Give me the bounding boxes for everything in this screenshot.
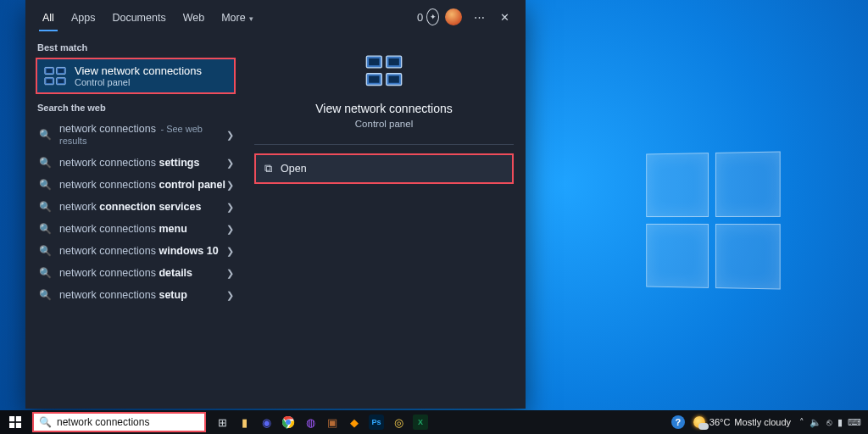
web-result-0[interactable]: 🔍network connections - See web results❯ <box>36 118 236 152</box>
tab-apps[interactable]: Apps <box>64 3 103 31</box>
chevron-right-icon: ❯ <box>226 130 234 141</box>
svg-rect-5 <box>46 79 52 83</box>
search-icon: 🔍 <box>39 223 51 235</box>
language-icon[interactable]: ⌨ <box>848 417 861 428</box>
best-match-title: View network connections <box>75 64 202 77</box>
search-icon: 🔍 <box>39 157 51 169</box>
user-avatar[interactable] <box>442 6 465 28</box>
weather-temp: 36°C <box>709 417 731 427</box>
svg-rect-18 <box>9 423 14 428</box>
preview-subtitle: Control panel <box>355 119 413 129</box>
open-label: Open <box>281 163 307 175</box>
open-icon: ⧉ <box>264 162 272 175</box>
chevron-right-icon: ❯ <box>226 290 234 301</box>
best-match-subtitle: Control panel <box>75 77 202 87</box>
web-result-text: network connections menu <box>59 223 187 235</box>
web-result-text: network connections - See web results <box>59 123 232 147</box>
web-result-text: network connections control panel <box>59 179 225 191</box>
web-result-7[interactable]: 🔍network connections setup❯ <box>36 284 236 306</box>
svg-rect-16 <box>9 416 14 421</box>
search-the-web-label: Search the web <box>37 103 236 113</box>
search-icon: 🔍 <box>39 267 51 279</box>
open-action[interactable]: ⧉ Open <box>254 153 514 184</box>
network-tray-icon[interactable]: ⎋ <box>826 417 832 428</box>
figma-icon[interactable]: ◍ <box>303 415 318 430</box>
network-connections-icon <box>44 65 66 87</box>
battery-icon[interactable]: ▮ <box>837 417 843 428</box>
svg-rect-19 <box>16 423 21 428</box>
preview-pane: View network connections Control panel ⧉… <box>242 34 526 409</box>
web-result-text: network connection services <box>59 201 201 213</box>
svg-point-21 <box>286 420 291 425</box>
more-options-button[interactable]: ⋯ <box>468 6 490 28</box>
sublime-icon[interactable]: ◆ <box>347 415 362 430</box>
search-icon: 🔍 <box>39 245 51 257</box>
search-tabs: All Apps Documents Web More 0 ✦ ⋯ ✕ <box>25 0 526 34</box>
rewards-points-value: 0 <box>417 11 423 24</box>
best-match-label: Best match <box>37 42 236 53</box>
file-explorer-icon[interactable]: ▮ <box>236 415 252 430</box>
excel-icon[interactable]: X <box>413 415 428 430</box>
chevron-right-icon: ❯ <box>226 224 234 235</box>
web-result-text: network connections settings <box>59 157 199 169</box>
search-icon: 🔍 <box>39 289 51 301</box>
tray-chevron-icon[interactable]: ˄ <box>799 417 804 428</box>
taskbar-weather[interactable]: 36°C Mostly cloudy <box>693 416 791 428</box>
app-icon-generic[interactable]: ▣ <box>325 415 340 430</box>
chevron-right-icon: ❯ <box>226 158 234 169</box>
chrome-icon[interactable] <box>281 415 296 430</box>
svg-rect-17 <box>16 416 21 421</box>
rewards-icon: ✦ <box>426 8 439 25</box>
taskbar: 🔍 network connections ⊞ ▮ ◉ ◍ ▣ ◆ Ps ◎ X… <box>0 410 868 434</box>
taskbar-pinned-apps: ⊞ ▮ ◉ ◍ ▣ ◆ Ps ◎ X <box>214 415 428 430</box>
tab-all[interactable]: All <box>36 3 61 31</box>
svg-rect-9 <box>369 58 379 65</box>
search-icon: 🔍 <box>39 201 51 213</box>
svg-rect-15 <box>389 76 399 83</box>
chevron-right-icon: ❯ <box>226 246 234 257</box>
web-result-4[interactable]: 🔍network connections menu❯ <box>36 218 236 240</box>
preview-icon <box>360 53 408 90</box>
web-result-3[interactable]: 🔍network connection services❯ <box>36 196 236 218</box>
search-icon: 🔍 <box>39 129 51 141</box>
web-result-1[interactable]: 🔍network connections settings❯ <box>36 152 236 174</box>
svg-rect-13 <box>369 76 379 83</box>
search-icon: 🔍 <box>39 179 51 191</box>
rewards-points[interactable]: 0 ✦ <box>417 6 439 28</box>
search-icon: 🔍 <box>39 416 52 428</box>
weather-icon <box>693 416 705 428</box>
windows-logo <box>646 151 780 289</box>
system-tray[interactable]: ˄ 🔈 ⎋ ▮ ⌨ <box>799 417 861 428</box>
preview-title: View network connections <box>315 102 453 115</box>
web-result-5[interactable]: 🔍network connections windows 10❯ <box>36 240 236 262</box>
web-result-2[interactable]: 🔍network connections control panel❯ <box>36 174 236 196</box>
web-result-text: network connections setup <box>59 289 187 301</box>
web-result-6[interactable]: 🔍network connections details❯ <box>36 262 236 284</box>
chevron-right-icon: ❯ <box>226 180 234 191</box>
svg-rect-7 <box>58 79 64 83</box>
best-match-result[interactable]: View network connections Control panel <box>36 58 236 94</box>
start-search-panel: All Apps Documents Web More 0 ✦ ⋯ ✕ Best… <box>25 0 526 409</box>
web-result-text: network connections windows 10 <box>59 245 219 257</box>
tab-documents[interactable]: Documents <box>105 3 172 31</box>
start-button[interactable] <box>0 410 31 434</box>
web-result-text: network connections details <box>59 267 192 279</box>
results-left-column: Best match View network connec <box>25 34 242 409</box>
chevron-right-icon: ❯ <box>226 202 234 213</box>
discord-icon[interactable]: ◉ <box>259 415 274 430</box>
chrome-canary-icon[interactable]: ◎ <box>391 415 406 430</box>
tab-more[interactable]: More <box>214 3 259 31</box>
photoshop-icon[interactable]: Ps <box>369 415 384 430</box>
taskbar-search-query: network connections <box>57 416 149 428</box>
weather-text: Mostly cloudy <box>734 417 791 427</box>
help-icon[interactable]: ? <box>671 415 685 429</box>
taskbar-search-box[interactable]: 🔍 network connections <box>32 412 206 432</box>
volume-icon[interactable]: 🔈 <box>810 417 821 428</box>
separator <box>254 144 514 145</box>
svg-rect-1 <box>46 69 52 73</box>
tab-web[interactable]: Web <box>176 3 211 31</box>
svg-rect-3 <box>58 69 64 73</box>
close-button[interactable]: ✕ <box>493 6 515 28</box>
svg-rect-11 <box>389 58 399 65</box>
task-view-icon[interactable]: ⊞ <box>214 415 230 430</box>
